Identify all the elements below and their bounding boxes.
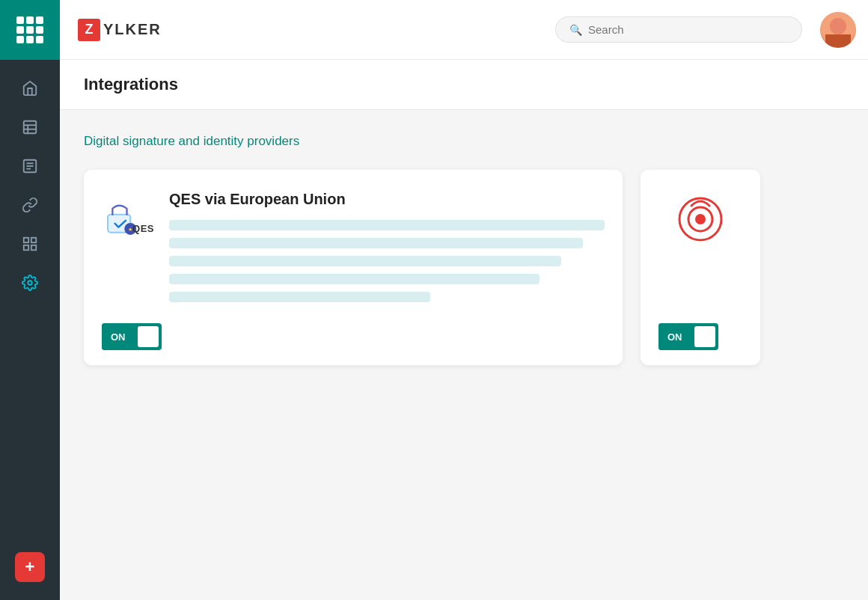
sidebar-item-documents[interactable]	[9, 111, 51, 147]
apps-grid-button[interactable]	[0, 0, 60, 60]
search-input[interactable]	[588, 23, 788, 36]
main-section: Digital signature and identity providers	[60, 110, 868, 389]
qes-toggle-on-label: ON	[102, 323, 135, 350]
qes-toggle[interactable]: ON	[102, 323, 162, 350]
section-title[interactable]: Digital signature and identity providers	[84, 134, 844, 149]
qes-card-name: QES via European Union	[169, 191, 605, 208]
analytics-icon	[22, 236, 38, 256]
logo-z-letter: Z	[78, 19, 100, 41]
skeleton-line-5	[169, 292, 430, 302]
svg-rect-9	[31, 237, 36, 242]
second-toggle[interactable]: ON	[658, 323, 718, 350]
sidebar: +	[0, 60, 60, 600]
svg-point-18	[695, 214, 706, 224]
sidebar-item-analytics[interactable]	[9, 227, 51, 263]
sidebar-item-settings[interactable]	[9, 266, 51, 302]
add-button[interactable]: +	[15, 552, 45, 582]
grid-icon	[16, 16, 43, 43]
qes-card: ★ QES QES via European Union	[84, 170, 623, 365]
skeleton-line-1	[169, 220, 605, 230]
qes-logo: ★ QES	[102, 191, 154, 243]
reports-icon	[22, 158, 38, 178]
qes-card-footer: ON	[102, 308, 605, 365]
link-icon	[22, 197, 38, 217]
sidebar-item-home[interactable]	[9, 72, 51, 108]
logo[interactable]: Z YLKER	[78, 19, 162, 41]
svg-rect-10	[24, 245, 28, 249]
bullseye-icon	[675, 191, 726, 242]
qes-card-top: ★ QES QES via European Union	[102, 191, 605, 308]
second-toggle-on-label: ON	[658, 323, 691, 350]
main-layout: + Integrations Digital signature and ide…	[0, 60, 868, 600]
skeleton-line-2	[169, 238, 583, 248]
page-title: Integrations	[84, 75, 844, 94]
svg-rect-8	[24, 237, 28, 242]
svg-point-12	[28, 281, 32, 285]
settings-icon	[22, 275, 38, 295]
skeleton-line-4	[169, 274, 540, 284]
qes-skeleton-lines	[169, 220, 605, 302]
second-card-footer: ON	[658, 308, 742, 365]
search-icon: 🔍	[569, 24, 582, 36]
home-icon	[22, 80, 38, 100]
plus-icon: +	[25, 559, 35, 575]
svg-rect-11	[31, 245, 36, 249]
second-card: ON	[641, 170, 760, 365]
svg-rect-0	[24, 120, 37, 133]
qes-label: QES	[132, 223, 154, 234]
qes-toggle-thumb	[138, 326, 159, 347]
qes-card-info: QES via European Union	[169, 191, 605, 308]
search-bar: 🔍	[555, 16, 802, 43]
avatar-image	[820, 12, 856, 48]
avatar[interactable]	[820, 12, 856, 48]
second-card-top	[658, 191, 742, 242]
cards-row: ★ QES QES via European Union	[84, 170, 844, 365]
page-header: Integrations	[60, 60, 868, 110]
second-toggle-thumb	[694, 326, 715, 347]
top-nav: Z YLKER 🔍	[0, 0, 868, 60]
logo-name: YLKER	[103, 21, 162, 38]
sidebar-item-reports[interactable]	[9, 150, 51, 186]
documents-icon	[22, 119, 38, 139]
skeleton-line-3	[169, 256, 561, 266]
sidebar-item-links[interactable]	[9, 189, 51, 224]
content-area: Integrations Digital signature and ident…	[60, 60, 868, 600]
